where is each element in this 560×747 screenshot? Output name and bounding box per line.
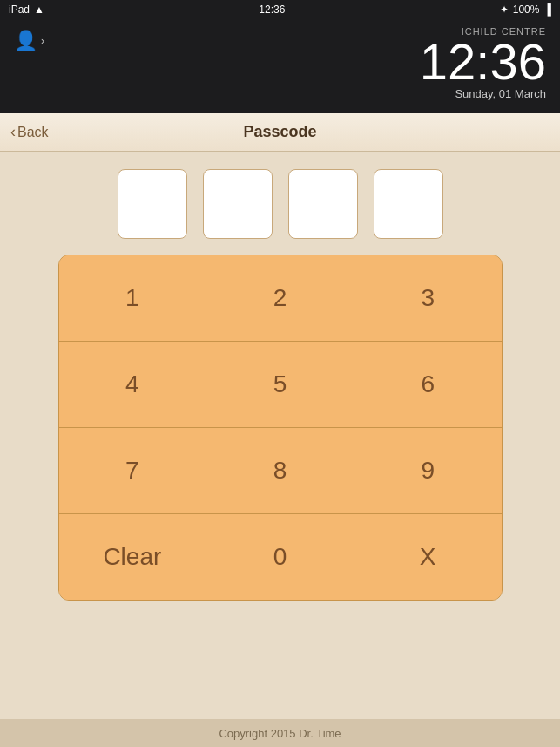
status-bar: iPad ▲ 12:36 ✦ 100% ▐ [0, 0, 560, 19]
wifi-icon: ▲ [34, 3, 44, 16]
digit-box-3 [288, 169, 358, 239]
key-5[interactable]: 5 [206, 342, 354, 427]
key-3[interactable]: 3 [354, 255, 502, 341]
battery-label: 100% [513, 3, 540, 16]
keypad: 1 2 3 4 5 6 7 8 9 Clear 0 X [58, 255, 503, 601]
key-4[interactable]: 4 [59, 342, 207, 427]
nav-bar: ‹ Back Passcode [0, 113, 560, 152]
key-1[interactable]: 1 [59, 255, 207, 341]
key-8[interactable]: 8 [206, 428, 354, 513]
nav-title: Passcode [243, 123, 316, 141]
keypad-row-1: 1 2 3 [59, 255, 502, 342]
passcode-content: 1 2 3 4 5 6 7 8 9 Clear 0 X [0, 152, 560, 618]
digit-box-1 [118, 169, 187, 239]
status-time: 12:36 [259, 3, 285, 16]
user-area[interactable]: 👤 › [14, 30, 44, 52]
footer: Copyright 2015 Dr. Time [0, 719, 560, 747]
header-time: 12:36 [420, 37, 546, 87]
back-chevron-icon: ‹ [10, 123, 16, 141]
digit-box-2 [203, 169, 273, 239]
back-button[interactable]: ‹ Back [10, 123, 49, 141]
carrier-label: iPad [9, 3, 30, 16]
main-content: ‹ Back Passcode 1 2 3 4 5 6 [0, 113, 560, 719]
keypad-row-4: Clear 0 X [59, 514, 502, 600]
keypad-row-2: 4 5 6 [59, 342, 502, 428]
key-2[interactable]: 2 [206, 255, 354, 341]
key-0[interactable]: 0 [206, 514, 354, 600]
user-chevron-icon: › [41, 35, 44, 47]
status-right: ✦ 100% ▐ [500, 3, 551, 16]
key-9[interactable]: 9 [354, 428, 502, 513]
bluetooth-icon: ✦ [500, 3, 509, 16]
copyright-label: Copyright 2015 Dr. Time [219, 727, 341, 740]
key-6[interactable]: 6 [354, 342, 502, 427]
time-area: ICHILD CENTRE 12:36 Sunday, 01 March [420, 26, 546, 100]
key-delete[interactable]: X [354, 514, 502, 600]
status-left: iPad ▲ [9, 3, 44, 16]
user-icon: 👤 [14, 30, 37, 52]
digit-box-4 [374, 169, 443, 239]
key-7[interactable]: 7 [59, 428, 207, 513]
keypad-row-3: 7 8 9 [59, 428, 502, 514]
digit-boxes [118, 169, 443, 239]
key-clear[interactable]: Clear [59, 514, 207, 600]
header: 👤 › ICHILD CENTRE 12:36 Sunday, 01 March [0, 19, 560, 113]
battery-icon: ▐ [543, 3, 551, 16]
back-label[interactable]: Back [17, 125, 49, 140]
